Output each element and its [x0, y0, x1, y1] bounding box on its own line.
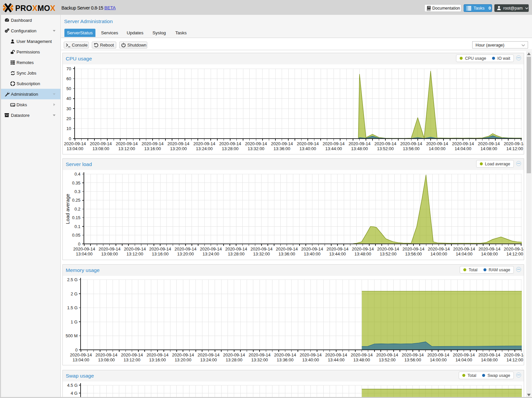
svg-text:13:32:00: 13:32:00 [251, 357, 268, 362]
svg-text:14:08:00: 14:08:00 [481, 357, 498, 362]
svg-text:2020-09-14: 2020-09-14 [219, 141, 241, 146]
svg-text:2020-09-14: 2020-09-14 [428, 247, 450, 251]
svg-text:500 M: 500 M [66, 333, 78, 338]
svg-text:0: 0 [75, 348, 78, 352]
svg-text:2020-09-14: 2020-09-14 [175, 247, 197, 251]
svg-text:2020-09-14: 2020-09-14 [427, 352, 449, 357]
svg-text:2020-09-14: 2020-09-14 [90, 141, 112, 146]
svg-text:2020-09-14: 2020-09-14 [200, 247, 222, 251]
svg-text:13:56:00: 13:56:00 [403, 146, 420, 151]
svg-text:2020-09-14: 2020-09-14 [297, 141, 319, 146]
svg-text:13:08:00: 13:08:00 [92, 146, 109, 151]
svg-text:13:52:00: 13:52:00 [380, 251, 397, 256]
svg-text:2020-09-14: 2020-09-14 [426, 141, 448, 146]
svg-text:2020-09-14: 2020-09-14 [504, 352, 524, 357]
svg-text:13:08:00: 13:08:00 [98, 357, 115, 362]
svg-text:2020-09-14: 2020-09-14 [193, 141, 215, 146]
svg-text:13:40:00: 13:40:00 [300, 146, 316, 151]
svg-text:2020-09-14: 2020-09-14 [167, 141, 190, 146]
svg-text:0.05: 0.05 [72, 233, 80, 238]
svg-text:14:04:00: 14:04:00 [455, 357, 472, 362]
svg-text:13:32:00: 13:32:00 [248, 146, 265, 151]
svg-text:PROXMOX: PROXMOX [15, 4, 55, 13]
svg-text:2 G: 2 G [71, 291, 78, 296]
svg-text:13:48:00: 13:48:00 [351, 146, 368, 151]
svg-text:13:16:00: 13:16:00 [149, 357, 166, 362]
svg-text:2020-09-14: 2020-09-14 [276, 247, 298, 251]
svg-text:2020-09-14: 2020-09-14 [452, 141, 474, 146]
svg-text:2020-09-14: 2020-09-14 [172, 352, 194, 357]
svg-text:1.5 G: 1.5 G [67, 305, 78, 310]
svg-text:0.1: 0.1 [74, 224, 80, 229]
svg-text:2020-09-14: 2020-09-14 [323, 141, 345, 146]
svg-text:2020-09-14: 2020-09-14 [479, 247, 501, 251]
svg-text:14:08:00: 14:08:00 [481, 251, 498, 256]
svg-text:2020-09-14: 2020-09-14 [300, 352, 322, 357]
svg-text:2020-09-14: 2020-09-14 [348, 141, 371, 146]
svg-text:13:04:00: 13:04:00 [67, 146, 84, 151]
svg-text:30: 30 [66, 106, 71, 111]
svg-text:10: 10 [66, 126, 71, 131]
svg-text:2020-09-14: 2020-09-14 [351, 352, 373, 357]
svg-text:14:08:00: 14:08:00 [480, 146, 497, 151]
svg-text:2020-09-14: 2020-09-14 [377, 247, 399, 251]
svg-text:2020-09-14: 2020-09-14 [98, 247, 121, 251]
svg-text:0.2: 0.2 [74, 207, 80, 212]
svg-text:2020-09-14: 2020-09-14 [453, 247, 475, 251]
svg-text:13:16:00: 13:16:00 [152, 251, 169, 256]
svg-text:14:04:00: 14:04:00 [455, 146, 472, 151]
svg-text:2020-09-14: 2020-09-14 [374, 141, 397, 146]
svg-text:13:56:00: 13:56:00 [405, 251, 422, 256]
svg-text:13:12:00: 13:12:00 [118, 146, 135, 151]
svg-text:14:12:00: 14:12:00 [506, 146, 523, 151]
svg-text:2020-09-14: 2020-09-14 [251, 247, 273, 251]
svg-text:2020-09-14: 2020-09-14 [325, 352, 347, 357]
svg-text:20: 20 [66, 116, 71, 121]
svg-text:14:04:00: 14:04:00 [456, 251, 473, 256]
svg-text:14:12:00: 14:12:00 [507, 357, 523, 362]
svg-text:60: 60 [66, 76, 71, 81]
svg-text:4.5 G: 4.5 G [67, 383, 78, 388]
svg-text:13:52:00: 13:52:00 [377, 146, 394, 151]
svg-text:0.15: 0.15 [72, 215, 80, 220]
svg-text:2020-09-14: 2020-09-14 [402, 352, 424, 357]
svg-text:2020-09-14: 2020-09-14 [64, 141, 86, 146]
svg-text:13:40:00: 13:40:00 [304, 251, 321, 256]
svg-text:2020-09-14: 2020-09-14 [352, 247, 374, 251]
svg-text:0.3: 0.3 [74, 189, 80, 194]
svg-text:2020-09-14: 2020-09-14 [301, 247, 323, 251]
svg-text:13:48:00: 13:48:00 [354, 251, 371, 256]
svg-text:40: 40 [66, 96, 71, 101]
svg-text:13:28:00: 13:28:00 [226, 357, 242, 362]
svg-text:2020-09-14: 2020-09-14 [197, 352, 220, 357]
svg-text:4 G: 4 G [71, 391, 78, 396]
svg-text:13:20:00: 13:20:00 [170, 146, 187, 151]
svg-text:2020-09-14: 2020-09-14 [327, 247, 349, 251]
svg-text:2020-09-14: 2020-09-14 [478, 352, 500, 357]
svg-text:14:00:00: 14:00:00 [430, 251, 447, 256]
svg-text:13:44:00: 13:44:00 [328, 357, 345, 362]
svg-text:2020-09-14: 2020-09-14 [453, 352, 475, 357]
svg-text:0.25: 0.25 [72, 198, 80, 203]
svg-text:2020-09-14: 2020-09-14 [225, 247, 247, 251]
svg-text:2020-09-14: 2020-09-14 [142, 141, 164, 146]
svg-text:13:20:00: 13:20:00 [177, 251, 194, 256]
svg-text:Load average: Load average [65, 194, 70, 224]
svg-text:13:52:00: 13:52:00 [379, 357, 396, 362]
svg-text:2020-09-14: 2020-09-14 [274, 352, 296, 357]
svg-text:13:36:00: 13:36:00 [278, 251, 295, 256]
svg-text:2020-09-14: 2020-09-14 [271, 141, 293, 146]
svg-text:0: 0 [69, 136, 71, 141]
svg-text:2020-09-14: 2020-09-14 [95, 352, 118, 357]
svg-text:2020-09-14: 2020-09-14 [147, 352, 169, 357]
svg-text:2020-09-14: 2020-09-14 [116, 141, 138, 146]
svg-text:13:04:00: 13:04:00 [73, 357, 89, 362]
svg-text:2020-09-14: 2020-09-14 [149, 247, 171, 251]
svg-text:1 G: 1 G [71, 319, 78, 324]
svg-text:0.4: 0.4 [74, 172, 80, 177]
svg-text:13:28:00: 13:28:00 [228, 251, 245, 256]
svg-text:2020-09-14: 2020-09-14 [504, 247, 524, 251]
svg-text:2020-09-14: 2020-09-14 [121, 352, 143, 357]
svg-text:13:24:00: 13:24:00 [202, 251, 219, 256]
svg-text:2020-09-14: 2020-09-14 [73, 247, 95, 251]
